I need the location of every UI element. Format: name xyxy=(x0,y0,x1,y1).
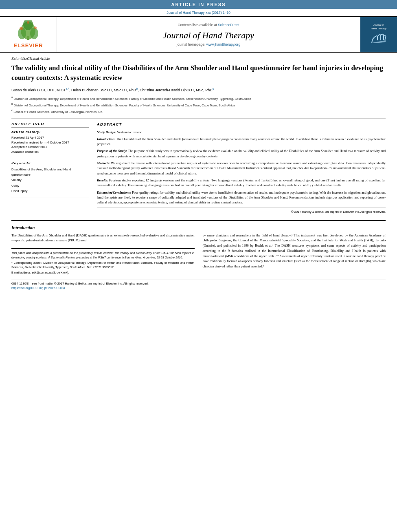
section-type: Scientific/Clinical Article xyxy=(11,57,386,61)
introduction-section: Introduction The Disabilities of the Arm… xyxy=(11,220,386,276)
abstract-methods: Methods: We registered the review with i… xyxy=(97,161,386,176)
revised-date: Received in revised form 4 October 2017 xyxy=(11,140,89,145)
article-in-press-banner: ARTICLE IN PRESS xyxy=(0,0,397,9)
history-heading: Article history: xyxy=(11,130,89,134)
elsevier-logo-block: ELSEVIER xyxy=(0,17,57,52)
journal-header: ELSEVIER Contents lists available at Sci… xyxy=(0,16,397,53)
svg-point-7 xyxy=(27,21,29,24)
article-title: The validity and clinical utility of the… xyxy=(11,63,386,83)
intro-right-para1: by many clinicians and researchers in th… xyxy=(203,233,386,269)
svg-rect-8 xyxy=(368,31,390,46)
journal-title-header: Journal of Hand Therapy xyxy=(163,30,254,41)
article-info-abstract-section: ARTICLE INFO Article history: Received 2… xyxy=(11,122,386,214)
footnote-email: E-mail address: sdk@sun.ac.za (S. de Kle… xyxy=(11,271,195,275)
accepted-date: Accepted 6 October 2017 xyxy=(11,145,89,150)
svg-point-3 xyxy=(30,28,38,39)
intro-left-para1: The Disabilities of the Arm Shoulder and… xyxy=(11,233,195,243)
elsevier-label: ELSEVIER xyxy=(13,42,43,49)
abstract-heading: ABSTRACT xyxy=(97,122,386,128)
authors-line: Susan de Klerk B OT, DHT, M OTa,*, Helen… xyxy=(11,87,386,93)
abstract-intro: Introduction: The Disabilities of the Ar… xyxy=(97,137,386,147)
doi-line[interactable]: https://doi.org/10.1016/j.jht.2017.10.00… xyxy=(11,286,386,290)
article-info-heading: ARTICLE INFO xyxy=(11,122,89,128)
available-date: Available online xxx xyxy=(11,150,89,155)
issn-line: 0894-1130/$ – see front matter © 2017 Ha… xyxy=(11,282,386,285)
journal-ref: Journal of Hand Therapy xxx (2017) 1–10 xyxy=(167,11,230,15)
footnote-presentation: This paper was adapted from a presentati… xyxy=(11,251,195,260)
elsevier-tree-icon xyxy=(13,20,44,41)
abstract-study-design: Study Design: Systematic review. xyxy=(97,130,386,135)
received-date: Received 21 April 2017 xyxy=(11,135,89,140)
abstract-results: Results: Fourteen studies reporting 12 l… xyxy=(97,178,386,188)
abstract-discussion: Discussion/Conclusions: Poor quality rat… xyxy=(97,190,386,205)
introduction-heading: Introduction xyxy=(11,225,386,230)
keywords-section: Keywords: Disabilities of the Arm, Shoul… xyxy=(11,161,89,197)
svg-point-6 xyxy=(34,26,37,29)
abstract-purpose: Purpose of the Study: The purpose of thi… xyxy=(97,149,386,159)
journal-header-center: Contents lists available at ScienceDirec… xyxy=(57,17,360,52)
keywords-heading: Keywords: xyxy=(11,161,89,165)
journal-homepage: journal homepage: www.jhandtherapy.org xyxy=(177,42,240,46)
copyright-line: © 2017 Hanley & Belfus, an imprint of El… xyxy=(97,208,386,214)
bottom-bar: 0894-1130/$ – see front matter © 2017 Ha… xyxy=(11,280,386,290)
sciencedirect-link[interactable]: ScienceDirect xyxy=(218,23,239,27)
hand-therapy-logo-icon xyxy=(368,31,390,46)
footnote-corresponding: * Corresponding author. Division of Occu… xyxy=(11,261,195,269)
article-info-col: ARTICLE INFO Article history: Received 2… xyxy=(11,122,89,214)
abstract-col: ABSTRACT Study Design: Systematic review… xyxy=(97,122,386,214)
keywords-list: Disabilities of the Arm, Shoulder and Ha… xyxy=(11,167,89,194)
footnotes-area: This paper was adapted from a presentati… xyxy=(11,248,195,275)
intro-left-col: The Disabilities of the Arm Shoulder and… xyxy=(11,233,195,276)
intro-body-columns: The Disabilities of the Arm Shoulder and… xyxy=(11,233,386,276)
article-body: Scientific/Clinical Article The validity… xyxy=(0,53,397,294)
sciencedirect-line: Contents lists available at ScienceDirec… xyxy=(178,23,239,27)
article-history-section: Article history: Received 21 April 2017 … xyxy=(11,130,89,158)
affiliations: a Division of Occupational Therapy, Depa… xyxy=(11,95,386,119)
svg-point-5 xyxy=(20,27,23,30)
journal-logo-box: Journal of Hand Therapy xyxy=(360,17,397,52)
intro-right-col: by many clinicians and researchers in th… xyxy=(203,233,386,276)
